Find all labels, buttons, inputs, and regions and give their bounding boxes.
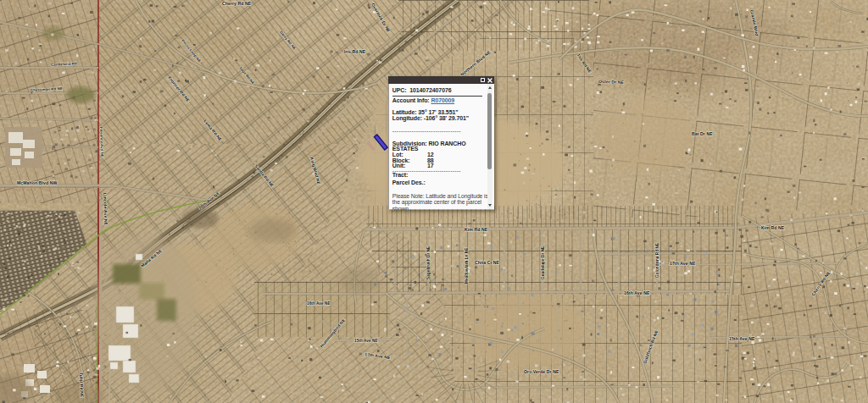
svg-text:16th Ave NE: 16th Ave NE: [307, 301, 331, 306]
svg-text:Kim Rd NE: Kim Rd NE: [465, 227, 488, 232]
svg-text:Oro Verde Dr NE: Oro Verde Dr NE: [524, 369, 559, 374]
svg-text:15th Ave NE: 15th Ave NE: [729, 336, 755, 341]
svg-text:Tulip Rd NE: Tulip Rd NE: [79, 373, 85, 398]
svg-text:15th Ave NE: 15th Ave NE: [354, 339, 378, 343]
svg-text:Cherry Rd NE: Cherry Rd NE: [222, 1, 252, 6]
svg-text:Sagebrush Dr NE: Sagebrush Dr NE: [426, 246, 431, 279]
svg-text:Kim Rd NE: Kim Rd NE: [761, 225, 785, 230]
svg-text:Chita Ct NE: Chita Ct NE: [475, 260, 500, 265]
svg-text:Oster Dr NE: Oster Dr NE: [598, 79, 625, 85]
svg-text:Golondrina Rd NE: Golondrina Rd NE: [655, 243, 659, 278]
svg-text:McMahon Blvd NW: McMahon Blvd NW: [17, 180, 57, 185]
svg-text:Iris Rd NE: Iris Rd NE: [344, 49, 366, 54]
svg-text:16th Ave NE: 16th Ave NE: [624, 290, 650, 295]
svg-text:Guadalupe Dr NE: Guadalupe Dr NE: [541, 246, 545, 279]
svg-text:Meadowlark Ln NE: Meadowlark Ln NE: [465, 248, 469, 284]
svg-text:17th Ave NE: 17th Ave NE: [670, 261, 696, 266]
svg-text:Bat Dr NE: Bat Dr NE: [692, 131, 713, 136]
